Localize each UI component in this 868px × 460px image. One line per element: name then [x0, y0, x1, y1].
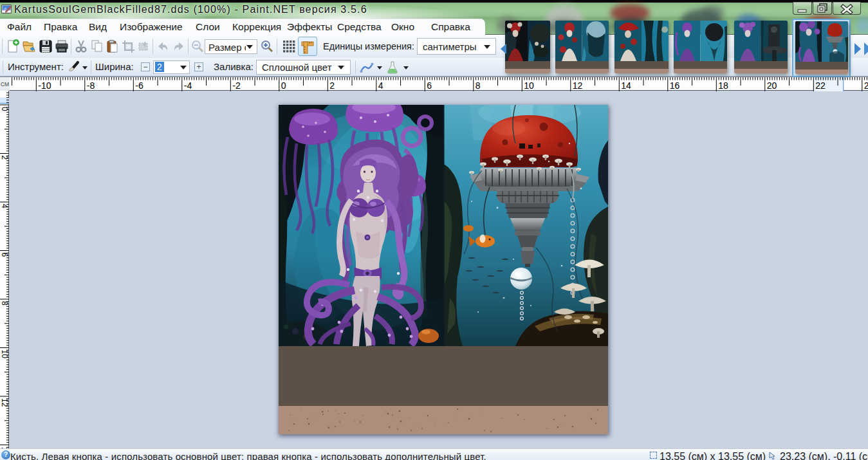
- svg-text:-8: -8: [87, 80, 95, 91]
- svg-text:12: 12: [573, 80, 583, 91]
- svg-text:18: 18: [718, 80, 728, 91]
- svg-text:16: 16: [670, 80, 680, 91]
- svg-text:2: 2: [329, 80, 335, 91]
- svg-text:-6: -6: [135, 80, 143, 91]
- svg-text:22: 22: [815, 80, 826, 91]
- svg-text:14: 14: [621, 80, 631, 91]
- svg-text:6: 6: [427, 80, 432, 91]
- svg-text:4: 4: [378, 80, 383, 91]
- svg-text:-4: -4: [184, 80, 192, 91]
- svg-text:0: 0: [281, 80, 286, 91]
- svg-text:-10: -10: [38, 80, 51, 91]
- svg-text:8: 8: [476, 80, 481, 91]
- svg-text:-2: -2: [232, 80, 241, 91]
- svg-text:24: 24: [864, 80, 868, 91]
- svg-text:20: 20: [767, 80, 777, 91]
- svg-text:10: 10: [524, 80, 534, 91]
